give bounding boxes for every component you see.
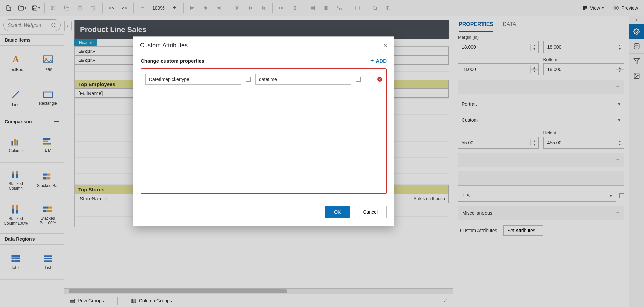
align-left-button[interactable]: [186, 2, 198, 14]
svg-line-51: [12, 91, 19, 98]
cancel-button[interactable]: Cancel: [354, 206, 387, 218]
width-field[interactable]: 55.00▲▼: [458, 137, 539, 149]
svg-rect-59: [12, 172, 14, 174]
margin-top-field[interactable]: 18.000▲▼: [458, 41, 539, 53]
widget-stacked-bar-100[interactable]: Stacked Bar100%: [32, 198, 64, 233]
widget-textbox[interactable]: ATextBox: [0, 46, 32, 81]
set-attributes-button[interactable]: Set Attributes...: [503, 225, 544, 236]
rail-properties-icon[interactable]: [629, 24, 644, 39]
rail-data-icon[interactable]: [629, 39, 644, 54]
redo-button[interactable]: [119, 2, 131, 14]
group-button[interactable]: [351, 2, 363, 14]
distribute-v-button[interactable]: [289, 2, 301, 14]
same-width-button[interactable]: [307, 2, 319, 14]
svg-rect-65: [43, 177, 46, 179]
delete-attr-button[interactable]: ✕: [377, 77, 382, 82]
attr-name-checkbox[interactable]: [246, 77, 251, 82]
properties-panel: PROPERTIES DATA Margin (in) 18.000▲▼ 18.…: [453, 16, 644, 307]
tab-data[interactable]: DATA: [503, 21, 516, 32]
orientation-select[interactable]: Portrait▾: [458, 98, 624, 110]
category-data-regions[interactable]: Data Regions: [0, 233, 64, 245]
rail-expand-button[interactable]: ›: [629, 16, 644, 24]
main-toolbar: ▾ ▾ − 100% + View ▾ Preview: [0, 0, 644, 16]
bring-front-button[interactable]: [369, 2, 381, 14]
widget-line[interactable]: Line: [0, 81, 32, 116]
rail-filter-icon[interactable]: [629, 54, 644, 68]
locale-checkbox[interactable]: [619, 193, 624, 198]
same-size-button[interactable]: [333, 2, 345, 14]
send-back-button[interactable]: [382, 2, 394, 14]
tab-properties[interactable]: PROPERTIES: [459, 21, 493, 32]
locale-select[interactable]: -US▾: [458, 190, 616, 202]
category-basic-items[interactable]: Basic Items: [0, 34, 64, 46]
collapse-icon: [54, 40, 59, 40]
svg-rect-7: [190, 6, 191, 10]
svg-rect-18: [237, 7, 238, 8]
copy-button[interactable]: [61, 2, 73, 14]
distribute-h-button[interactable]: [275, 2, 287, 14]
align-center-button[interactable]: [200, 2, 212, 14]
collapse-left-panel[interactable]: ‹: [64, 21, 72, 31]
svg-rect-81: [17, 260, 20, 262]
svg-rect-20: [249, 6, 250, 9]
widget-stacked-column-100[interactable]: Stacked Column100%: [0, 198, 32, 233]
view-label: View: [590, 5, 600, 11]
save-button[interactable]: ▾: [29, 2, 42, 14]
search-input[interactable]: Search Widgets: [3, 19, 61, 31]
svg-rect-44: [585, 7, 587, 8]
widget-stacked-bar[interactable]: Stacked Bar: [32, 163, 64, 198]
widget-table[interactable]: Table: [0, 245, 32, 280]
align-right-button[interactable]: [213, 2, 225, 14]
widget-list[interactable]: List: [32, 245, 64, 280]
attr-name-input[interactable]: [145, 74, 241, 85]
open-button[interactable]: ▾: [16, 2, 28, 14]
height-field[interactable]: 455.00▲▼: [543, 137, 624, 149]
bottom-left-field[interactable]: 18.000▲▼: [458, 63, 539, 75]
new-file-button[interactable]: [3, 2, 15, 14]
preview-button[interactable]: Preview: [610, 3, 641, 13]
widget-image[interactable]: Image: [32, 46, 64, 81]
modal-close-button[interactable]: ✕: [383, 42, 387, 49]
align-middle-button[interactable]: [244, 2, 256, 14]
undo-button[interactable]: [105, 2, 117, 14]
row-groups[interactable]: Row Groups: [70, 298, 104, 303]
column-groups[interactable]: Column Groups: [131, 298, 172, 303]
delete-button[interactable]: [87, 2, 100, 14]
view-button[interactable]: View ▾: [579, 3, 607, 13]
svg-rect-72: [48, 207, 52, 209]
cut-button[interactable]: [47, 2, 59, 14]
rail-image-icon[interactable]: [629, 68, 644, 83]
widget-bar[interactable]: Bar: [32, 127, 64, 163]
widget-rectangle[interactable]: Rectangle: [32, 81, 64, 116]
expand-groups-icon[interactable]: ⤢: [444, 298, 448, 303]
attributes-container: ✕: [141, 68, 387, 194]
widget-column[interactable]: Column: [0, 127, 32, 163]
zoom-in-button[interactable]: +: [169, 2, 181, 14]
attr-value-input[interactable]: [255, 74, 351, 85]
modal-title: Custom Attributes: [140, 42, 188, 49]
svg-rect-75: [12, 255, 20, 257]
ok-button[interactable]: OK: [325, 206, 350, 218]
bottom-right-field[interactable]: 18.000▲▼: [543, 63, 624, 75]
svg-rect-87: [70, 302, 74, 303]
attr-value-checkbox[interactable]: [356, 77, 361, 82]
margin-right-field[interactable]: 18.000▲▼: [543, 41, 624, 53]
category-comparison[interactable]: Comparison: [0, 116, 64, 127]
svg-rect-26: [281, 7, 282, 9]
section-collapse-3[interactable]: −: [458, 171, 624, 186]
header-tab[interactable]: Header: [74, 39, 97, 46]
zoom-out-button[interactable]: −: [136, 2, 148, 14]
zoom-level[interactable]: 100%: [150, 5, 167, 11]
horizontal-scrollbar[interactable]: [64, 288, 453, 294]
add-attribute-button[interactable]: + ADD: [370, 57, 387, 64]
section-collapse-1[interactable]: −: [458, 80, 624, 94]
same-height-button[interactable]: [320, 2, 332, 14]
section-miscellaneous[interactable]: Miscellaneous−: [458, 206, 624, 220]
paste-button[interactable]: [74, 2, 86, 14]
align-bottom-button[interactable]: [258, 2, 270, 14]
section-collapse-2[interactable]: −: [458, 153, 624, 167]
widget-stacked-column[interactable]: Stacked Column: [0, 163, 32, 198]
preview-label: Preview: [621, 5, 638, 11]
papersize-select[interactable]: Custom▾: [458, 114, 624, 126]
align-top-button[interactable]: [231, 2, 243, 14]
